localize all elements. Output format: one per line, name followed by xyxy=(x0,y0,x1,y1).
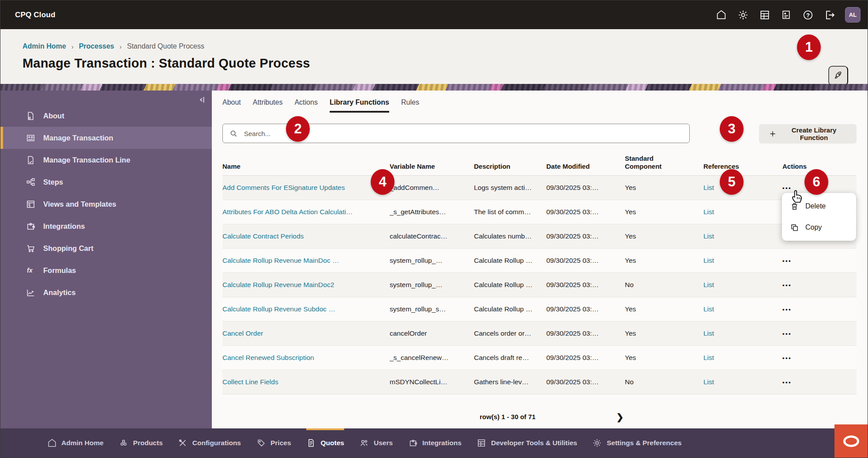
sidebar-item-views-and-templates[interactable]: Views and Templates xyxy=(0,193,212,215)
gear-icon xyxy=(592,438,602,448)
date-modified-cell: 09/30/2025 03:… xyxy=(546,184,625,192)
table-row: Attributes For ABO Delta Action Calculat… xyxy=(222,200,857,224)
bottom-nav-quotes[interactable]: Quotes xyxy=(306,428,344,458)
help-icon[interactable]: ? xyxy=(802,9,814,21)
bottom-nav-prices[interactable]: Prices xyxy=(256,428,291,458)
bottom-nav-settings[interactable]: Settings & Preferences xyxy=(592,428,682,458)
function-name-link[interactable]: Calculate Rollup Revenue Subdoc … xyxy=(222,305,335,313)
bottom-nav-integrations[interactable]: Integrations xyxy=(408,428,462,458)
table-row: Cancel Order cancelOrder Cancels order o… xyxy=(222,322,857,346)
references-list-link[interactable]: List xyxy=(703,329,714,337)
sidebar-nav: About Manage Transaction Manage Transact… xyxy=(0,91,212,303)
menu-item-label: Delete xyxy=(805,202,826,210)
sidebar-item-manage-transaction-line[interactable]: Manage Transaction Line xyxy=(0,149,212,171)
function-name-link[interactable]: Calculate Contract Periods xyxy=(222,232,304,240)
analytics-chart-icon xyxy=(25,287,36,298)
sidebar-item-about[interactable]: About xyxy=(0,105,212,127)
home-icon[interactable] xyxy=(715,9,727,21)
page-header: Admin Home › Processes › Standard Quote … xyxy=(0,29,868,84)
sidebar-item-shopping-cart[interactable]: Shopping Cart xyxy=(0,237,212,259)
function-name-link[interactable]: Cancel Order xyxy=(222,329,263,337)
column-header-variable-name[interactable]: Variable Name xyxy=(390,163,474,171)
row-actions-menu-button[interactable]: ••• xyxy=(782,379,792,386)
bottom-nav-bar: Admin Home Products Configurations Price… xyxy=(0,428,868,458)
description-cell: Cancels order or… xyxy=(474,329,546,337)
standard-component-cell: Yes xyxy=(625,208,703,216)
column-header-standard-component[interactable]: Standard Component xyxy=(625,155,703,171)
launch-rocket-button[interactable] xyxy=(828,66,848,86)
svg-text:fx: fx xyxy=(26,267,33,274)
function-name-link[interactable]: Calculate Rollup Revenue MainDoc … xyxy=(222,257,339,264)
description-cell: Calculate Rollup … xyxy=(474,281,546,289)
description-cell: Logs system acti… xyxy=(474,184,546,192)
table-row: Calculate Rollup Revenue MainDoc2 system… xyxy=(222,273,857,297)
fx-formulas-icon: fx xyxy=(25,265,36,276)
references-list-link[interactable]: List xyxy=(703,208,714,216)
function-name-link[interactable]: Add Comments For ESignature Updates xyxy=(222,184,345,191)
next-page-icon[interactable]: ❯ xyxy=(614,411,626,423)
create-library-function-button[interactable]: Create Library Function xyxy=(759,124,857,144)
sidebar-item-integrations[interactable]: Integrations xyxy=(0,215,212,237)
table-grid-icon[interactable] xyxy=(759,9,770,21)
table-row: Cancel Renewed Subscription _s_cancelRen… xyxy=(222,346,857,370)
standard-component-cell: No xyxy=(625,281,703,289)
column-header-references[interactable]: References xyxy=(703,163,782,171)
references-list-link[interactable]: List xyxy=(703,281,714,288)
breadcrumb-admin-home[interactable]: Admin Home xyxy=(23,42,66,50)
user-avatar[interactable]: AL xyxy=(845,7,860,23)
tab-bar: About Attributes Actions Library Functio… xyxy=(222,96,857,115)
layout-views-icon xyxy=(25,199,36,209)
row-actions-menu-button[interactable]: ••• xyxy=(782,282,792,288)
sidebar-item-formulas[interactable]: fx Formulas xyxy=(0,259,212,281)
bottom-nav-products[interactable]: Products xyxy=(119,428,163,458)
description-cell: Calculate Rollup … xyxy=(474,257,546,265)
date-modified-cell: 09/30/2025 03:… xyxy=(546,257,625,265)
bottom-nav-admin-home[interactable]: Admin Home xyxy=(47,428,104,458)
date-modified-cell: 09/30/2025 03:… xyxy=(546,378,625,386)
function-name-link[interactable]: Cancel Renewed Subscription xyxy=(222,354,314,361)
standard-component-cell: Yes xyxy=(625,232,703,240)
column-header-date-modified[interactable]: Date Modified xyxy=(546,163,625,171)
gear-icon[interactable] xyxy=(737,9,749,21)
collapse-panel-icon[interactable] xyxy=(196,94,207,106)
sidebar-item-manage-transaction[interactable]: Manage Transaction xyxy=(0,127,212,149)
tab-attributes[interactable]: Attributes xyxy=(253,96,283,106)
menu-item-copy[interactable]: Copy xyxy=(782,217,856,238)
about-doc-icon xyxy=(25,110,36,121)
function-name-link[interactable]: Calculate Rollup Revenue MainDoc2 xyxy=(222,281,334,288)
row-actions-menu-button[interactable]: ••• xyxy=(782,330,792,337)
sidebar-item-analytics[interactable]: Analytics xyxy=(0,281,212,303)
bottom-nav-users[interactable]: Users xyxy=(359,428,393,458)
row-actions-menu-button[interactable]: ••• xyxy=(782,306,792,313)
function-name-link[interactable]: Collect Line Fields xyxy=(222,378,278,386)
column-header-description[interactable]: Description xyxy=(474,163,546,171)
doc-check-icon xyxy=(25,155,36,165)
references-list-link[interactable]: List xyxy=(703,257,714,264)
svg-text:?: ? xyxy=(806,11,810,18)
function-name-link[interactable]: Attributes For ABO Delta Action Calculat… xyxy=(222,208,353,216)
tab-about[interactable]: About xyxy=(222,96,241,106)
row-actions-menu-button[interactable]: ••• xyxy=(782,355,792,361)
pagination-label: row(s) 1 - 30 of 71 xyxy=(480,413,536,420)
breadcrumb-current: Standard Quote Process xyxy=(127,42,204,50)
oracle-chat-button[interactable] xyxy=(834,424,868,458)
sidebar-item-steps[interactable]: Steps xyxy=(0,171,212,193)
logout-icon[interactable] xyxy=(823,9,835,21)
topbar-actions: ? AL xyxy=(715,7,860,23)
references-list-link[interactable]: List xyxy=(703,305,714,313)
tab-library-functions[interactable]: Library Functions xyxy=(330,96,389,106)
description-cell: Cancels draft re… xyxy=(474,354,546,362)
bottom-nav-configurations[interactable]: Configurations xyxy=(178,428,241,458)
breadcrumb-processes[interactable]: Processes xyxy=(79,42,114,50)
references-list-link[interactable]: List xyxy=(703,184,714,191)
documentation-icon[interactable] xyxy=(780,9,792,21)
tab-rules[interactable]: Rules xyxy=(401,96,419,106)
references-list-link[interactable]: List xyxy=(703,354,714,361)
column-header-name[interactable]: Name xyxy=(222,163,390,171)
references-list-link[interactable]: List xyxy=(703,378,714,386)
tab-actions[interactable]: Actions xyxy=(294,96,317,106)
references-list-link[interactable]: List xyxy=(703,232,714,240)
bottom-nav-developer-tools[interactable]: Developer Tools & Utilities xyxy=(477,428,577,458)
row-actions-menu-button[interactable]: ••• xyxy=(782,257,792,264)
cart-icon xyxy=(25,243,36,254)
